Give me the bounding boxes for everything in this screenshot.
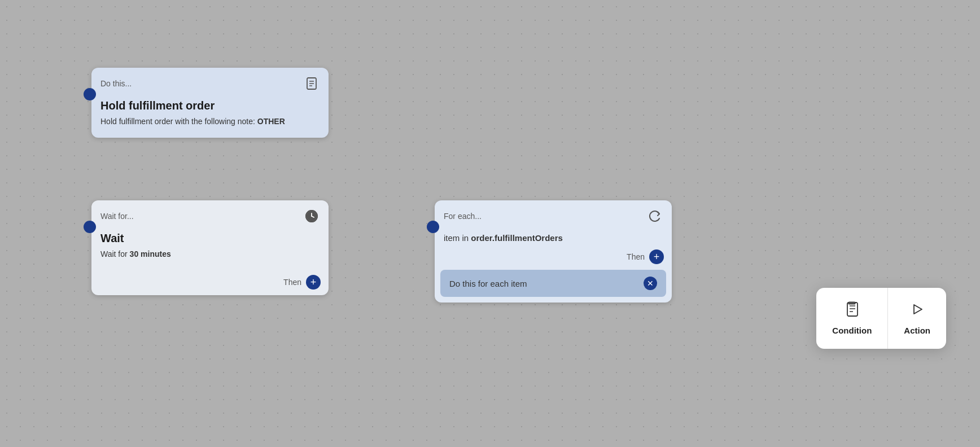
do-this-desc-prefix: Hold fulfillment order with the followin… — [100, 117, 257, 126]
condition-icon — [844, 301, 860, 321]
wait-desc: Wait for 30 minutes — [100, 248, 320, 260]
do-this-desc-bold: OTHER — [257, 117, 285, 126]
for-each-then-plus-button[interactable]: + — [649, 249, 664, 264]
action-option[interactable]: Action — [888, 288, 946, 349]
for-each-body-prefix: item in — [444, 233, 471, 243]
svg-marker-16 — [914, 305, 922, 314]
for-each-then-label: Then — [627, 252, 645, 261]
action-label: Action — [904, 326, 930, 335]
for-each-header: For each... — [435, 200, 672, 230]
wait-icon — [304, 208, 320, 224]
wait-header-label: Wait for... — [100, 212, 134, 221]
do-this-icon — [304, 76, 320, 91]
wait-body: Wait Wait for 30 minutes — [91, 230, 329, 270]
for-each-then-row: Then + — [435, 245, 672, 270]
for-each-body-bold: order.fulfillmentOrders — [471, 233, 563, 243]
do-this-header-label: Do this... — [100, 79, 132, 88]
for-each-icon — [647, 208, 663, 224]
svg-rect-15 — [848, 302, 855, 304]
wait-then-plus-button[interactable]: + — [306, 275, 321, 290]
action-icon — [909, 301, 925, 321]
condition-label: Condition — [832, 326, 872, 335]
do-this-dot — [84, 88, 96, 100]
do-this-title: Hold fulfillment order — [100, 99, 320, 112]
do-this-desc: Hold fulfillment order with the followin… — [100, 116, 320, 128]
do-each-label: Do this for each item — [449, 279, 527, 288]
do-this-header: Do this... — [91, 68, 329, 97]
wait-header: Wait for... — [91, 200, 329, 230]
workflow-canvas: Do this... Hold fulfillment order Hold f… — [0, 0, 980, 447]
do-this-node: Do this... Hold fulfillment order Hold f… — [91, 68, 329, 138]
for-each-header-label: For each... — [444, 212, 482, 221]
wait-dot — [84, 221, 96, 233]
condition-option[interactable]: Condition — [816, 288, 888, 349]
do-each-close-button[interactable]: ✕ — [644, 277, 657, 290]
wait-then-label: Then — [283, 278, 301, 287]
for-each-node: For each... item in order.fulfillmentOrd… — [435, 200, 672, 303]
node-type-popup: Condition Action — [816, 288, 946, 349]
wait-desc-prefix: Wait for — [100, 249, 130, 258]
wait-node: Wait for... Wait Wait for 30 minutes The… — [91, 200, 329, 295]
do-this-body: Hold fulfillment order Hold fulfillment … — [91, 97, 329, 138]
wait-desc-bold: 30 minutes — [130, 249, 171, 258]
for-each-dot — [427, 221, 439, 233]
wait-title: Wait — [100, 232, 320, 245]
for-each-body: item in order.fulfillmentOrders — [435, 230, 672, 245]
do-each-bar: Do this for each item ✕ — [440, 270, 666, 297]
wait-then-row: Then + — [91, 270, 329, 295]
